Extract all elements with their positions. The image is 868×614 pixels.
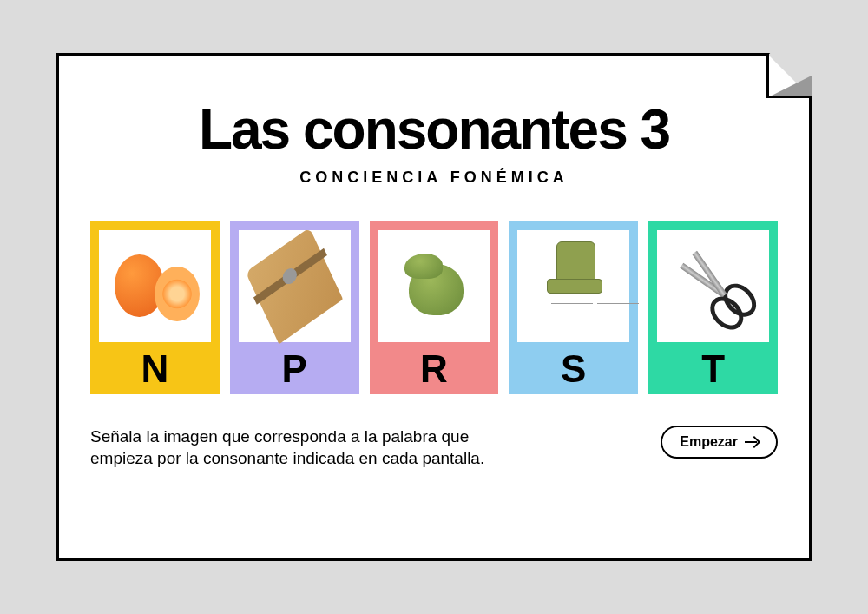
- letter-cards-row: N P R S: [90, 221, 778, 394]
- worksheet-container: Las consonantes 3 CONCIENCIA FONÉMICA N …: [56, 53, 812, 561]
- letter-card-r: R: [370, 221, 499, 394]
- start-button[interactable]: Empezar: [661, 426, 778, 459]
- card-image-naranja: [99, 230, 211, 342]
- page-fold-border-h: [766, 96, 812, 98]
- letter-card-n: N: [90, 221, 220, 394]
- letter-card-s: S: [509, 221, 638, 394]
- scissors-handles-icon: [707, 280, 753, 327]
- instructions-text: Señala la imagen que corresponda a la pa…: [90, 426, 524, 470]
- frog-icon: [392, 250, 477, 323]
- card-image-pinza: [239, 230, 351, 342]
- card-image-silla: [517, 230, 629, 342]
- page-subtitle: CONCIENCIA FONÉMICA: [90, 168, 778, 187]
- page-fold-line: [766, 53, 812, 98]
- start-button-label: Empezar: [680, 434, 738, 450]
- chair-icon: [540, 241, 607, 331]
- letter-card-t: T: [648, 221, 778, 394]
- card-letter: T: [657, 347, 769, 391]
- card-letter: S: [517, 347, 629, 391]
- page-title: Las consonantes 3: [90, 97, 778, 162]
- card-letter: N: [99, 347, 211, 391]
- card-image-rana: [378, 230, 490, 342]
- clothespin-icon: [246, 228, 344, 345]
- arrow-right-icon: [745, 437, 759, 447]
- letter-card-p: P: [230, 221, 359, 394]
- scissors-icon: [646, 219, 780, 353]
- card-letter: P: [239, 347, 351, 391]
- card-image-tijeras: [657, 230, 769, 342]
- orange-icon: [110, 247, 200, 325]
- bottom-row: Señala la imagen que corresponda a la pa…: [90, 426, 778, 470]
- page-fold-border-v: [766, 53, 769, 98]
- card-letter: R: [378, 347, 490, 391]
